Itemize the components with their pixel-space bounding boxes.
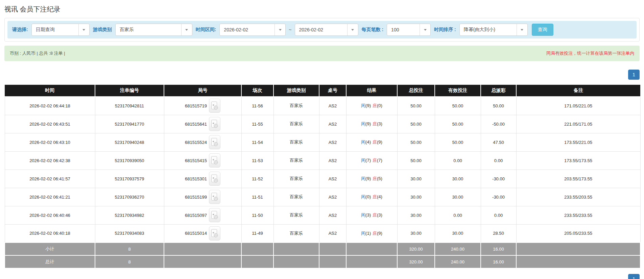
game-type-select[interactable]: 百家乐 bbox=[115, 24, 192, 36]
cell-bet-id: 523170940248 bbox=[95, 133, 164, 151]
grand-total-count: 8 bbox=[95, 255, 164, 268]
result-banker-label: 庄 bbox=[373, 121, 377, 126]
cell-payout: 0.00 bbox=[481, 151, 516, 170]
cell-bet-id: 523170934083 bbox=[95, 224, 164, 243]
search-button[interactable]: 查询 bbox=[532, 24, 553, 36]
chevron-down-icon[interactable] bbox=[517, 24, 527, 35]
cell-total-bet-link[interactable]: 50.00 bbox=[397, 115, 435, 133]
cell-remark: 233.55/233.55 bbox=[516, 206, 640, 224]
result-player-score: (1) bbox=[365, 231, 371, 236]
cell-bet-id: 523170939050 bbox=[95, 151, 164, 170]
result-player-label: 闲 bbox=[361, 176, 365, 181]
cell-valid-bet: 0.00 bbox=[435, 206, 481, 224]
range-separator: ~ bbox=[289, 27, 291, 32]
result-banker-score: (3) bbox=[377, 121, 382, 126]
header-total-bet: 总投注 bbox=[397, 85, 435, 97]
grand-total-empty bbox=[346, 255, 397, 268]
cell-table-no: AS2 bbox=[319, 97, 346, 115]
cell-valid-bet: 30.00 bbox=[435, 188, 481, 206]
cell-total-bet-link[interactable]: 30.00 bbox=[397, 224, 435, 243]
cell-result: 闲(9)庄(3) bbox=[346, 115, 397, 133]
subtotal-empty bbox=[273, 243, 319, 255]
chevron-down-icon[interactable] bbox=[275, 24, 285, 35]
cell-round-id: 681515641 bbox=[164, 115, 241, 133]
cell-bet-id: 523170936270 bbox=[95, 188, 164, 206]
result-banker-score: (7) bbox=[377, 158, 382, 163]
sort-order-label: 时间排序 : bbox=[434, 27, 456, 33]
cell-total-bet-link[interactable]: 30.00 bbox=[397, 188, 435, 206]
game-type-label: 游戏类别 bbox=[93, 27, 112, 33]
currency-total-text: 币别 : 人民币 | 总共 :8 注单 | bbox=[10, 50, 65, 56]
cell-result: 闲(0)庄(4) bbox=[346, 188, 397, 206]
cell-time: 2026-02-02 06:40:18 bbox=[5, 224, 95, 243]
subtotal-row: 小计 8 320.00 240.00 16.00 bbox=[5, 243, 640, 255]
grand-total-row: 总计 8 320.00 240.00 16.00 bbox=[5, 255, 640, 268]
table-header-row: 时间 注单编号 局号 场次 游戏类别 桌号 结果 总投注 有效投注 总派彩 备注 bbox=[5, 85, 640, 97]
cell-session: 11-55 bbox=[241, 115, 273, 133]
date-to-value: 2026-02-02 bbox=[295, 27, 328, 32]
header-remark: 备注 bbox=[516, 85, 640, 97]
date-to-select[interactable]: 2026-02-02 bbox=[295, 24, 358, 36]
cell-table-no: AS2 bbox=[319, 151, 346, 170]
subtotal-empty bbox=[164, 243, 241, 255]
result-player-label: 闲 bbox=[361, 121, 365, 126]
grand-total-empty bbox=[164, 255, 241, 268]
cell-session: 11-56 bbox=[241, 97, 273, 115]
subtotal-empty bbox=[516, 243, 640, 255]
video-replay-button[interactable] bbox=[209, 99, 220, 113]
round-number: 681515415 bbox=[185, 158, 207, 163]
page-number-button[interactable]: 1 bbox=[628, 70, 640, 80]
result-banker-score: (5) bbox=[377, 176, 382, 181]
cell-payout: 0.00 bbox=[481, 206, 516, 224]
header-table-no: 桌号 bbox=[319, 85, 346, 97]
result-player-label: 闲 bbox=[361, 231, 365, 236]
video-replay-button[interactable] bbox=[209, 208, 220, 222]
result-player-score: (4) bbox=[365, 140, 371, 145]
date-from-select[interactable]: 2026-02-02 bbox=[219, 24, 286, 36]
cell-total-bet-link[interactable]: 50.00 bbox=[397, 133, 435, 151]
cell-total-bet-link[interactable]: 30.00 bbox=[397, 170, 435, 188]
cell-time: 2026-02-02 06:44:18 bbox=[5, 97, 95, 115]
chevron-down-icon[interactable] bbox=[181, 24, 192, 35]
subtotal-empty bbox=[346, 243, 397, 255]
video-replay-icon bbox=[211, 101, 218, 110]
cell-game-type: 百家乐 bbox=[273, 170, 319, 188]
result-player-score: (7) bbox=[365, 158, 371, 163]
header-valid-bet: 有效投注 bbox=[435, 85, 481, 97]
video-replay-button[interactable] bbox=[209, 117, 220, 131]
chevron-down-icon[interactable] bbox=[78, 24, 89, 35]
round-number: 681515719 bbox=[185, 103, 207, 108]
cell-total-bet-link[interactable]: 50.00 bbox=[397, 97, 435, 115]
filter-panel: 请选择: 日期查询 游戏类别 百家乐 时间区间: 2026-02-02 ~ 20… bbox=[4, 18, 640, 42]
cell-session: 11-52 bbox=[241, 170, 273, 188]
cell-valid-bet: 30.00 bbox=[435, 224, 481, 243]
result-banker-label: 庄 bbox=[373, 103, 377, 108]
header-round-id: 局号 bbox=[164, 85, 241, 97]
cell-payout: 47.50 bbox=[481, 133, 516, 151]
sort-order-select[interactable]: 降幂(由大到小) bbox=[459, 24, 528, 36]
chevron-down-icon[interactable] bbox=[420, 24, 430, 35]
cell-valid-bet: 50.00 bbox=[435, 97, 481, 115]
cell-result: 闲(4)庄(9) bbox=[346, 133, 397, 151]
cell-bet-id: 523170942811 bbox=[95, 97, 164, 115]
cell-result: 闲(9)庄(5) bbox=[346, 170, 397, 188]
video-replay-button[interactable] bbox=[209, 153, 220, 168]
grand-total-empty bbox=[319, 255, 346, 268]
video-replay-button[interactable] bbox=[209, 135, 220, 149]
cell-remark: 173.55/173.55 bbox=[516, 151, 640, 170]
result-banker-score: (9) bbox=[377, 140, 382, 145]
video-replay-button[interactable] bbox=[209, 226, 220, 240]
video-replay-icon bbox=[211, 229, 218, 238]
chevron-down-icon[interactable] bbox=[347, 24, 358, 35]
video-replay-button[interactable] bbox=[209, 172, 220, 186]
result-banker-label: 庄 bbox=[373, 231, 377, 236]
round-number: 681515014 bbox=[185, 231, 207, 236]
subtotal-label: 小计 bbox=[5, 243, 95, 255]
cell-remark: 221.05/171.05 bbox=[516, 115, 640, 133]
page-size-select[interactable]: 100 bbox=[387, 24, 431, 36]
cell-total-bet-link[interactable]: 50.00 bbox=[397, 151, 435, 170]
cell-total-bet-link[interactable]: 30.00 bbox=[397, 206, 435, 224]
page-number-button[interactable]: 1 bbox=[628, 274, 640, 279]
query-type-select[interactable]: 日期查询 bbox=[31, 24, 90, 36]
video-replay-button[interactable] bbox=[209, 190, 220, 204]
